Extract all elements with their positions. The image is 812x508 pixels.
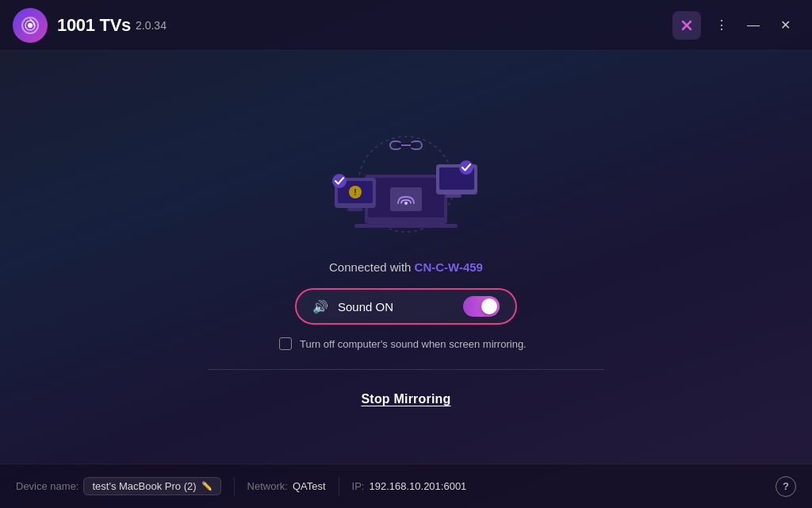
app-logo <box>13 8 48 43</box>
divider <box>208 369 604 370</box>
footer: Device name: test's MacBook Pro (2) ✏️ N… <box>0 464 812 508</box>
main-content: ! Connected with CN-C-W-459 <box>0 51 812 464</box>
mute-on-mirror-row: Turn off computer's sound when screen mi… <box>279 337 533 350</box>
close-button[interactable]: ✕ <box>771 11 799 40</box>
ip-section: IP: 192.168.10.201:6001 <box>352 480 467 492</box>
sound-toggle-container: 🔊 Sound ON <box>295 288 517 325</box>
svg-rect-8 <box>354 224 458 228</box>
svg-text:!: ! <box>354 188 356 197</box>
edit-device-name-icon[interactable]: ✏️ <box>201 481 213 491</box>
svg-point-2 <box>28 23 33 28</box>
ip-value: 192.168.10.201:6001 <box>369 480 466 492</box>
svg-rect-6 <box>390 187 422 211</box>
footer-sep-1 <box>234 477 235 496</box>
titlebar-actions: ⋮ — ✕ <box>672 11 799 40</box>
app-version: 2.0.34 <box>136 19 167 32</box>
toggle-slider <box>463 296 500 317</box>
svg-point-7 <box>404 202 408 205</box>
connection-status: Connected with CN-C-W-459 <box>329 260 483 274</box>
network-section: Network: QATest <box>247 480 326 492</box>
titlebar: 1001 TVs 2.0.34 ⋮ — ✕ <box>0 0 812 51</box>
svg-rect-11 <box>347 208 363 211</box>
sound-label: Sound ON <box>338 300 454 314</box>
plugin-button[interactable] <box>672 11 701 40</box>
connection-illustration: ! <box>311 121 501 248</box>
sound-icon: 🔊 <box>312 299 328 314</box>
minimize-button[interactable]: — <box>739 11 768 40</box>
sound-toggle[interactable] <box>463 296 500 317</box>
device-name-value: test's MacBook Pro (2) <box>92 480 196 492</box>
connected-device-name: CN-C-W-459 <box>415 260 483 274</box>
connection-prefix: Connected with <box>329 260 411 274</box>
mute-on-mirror-label: Turn off computer's sound when screen mi… <box>300 338 527 350</box>
mute-on-mirror-checkbox[interactable] <box>279 337 292 350</box>
stop-mirroring-button[interactable]: Stop Mirroring <box>351 389 460 410</box>
svg-rect-17 <box>446 194 462 198</box>
footer-sep-2 <box>339 477 339 496</box>
device-name-section: Device name: test's MacBook Pro (2) ✏️ <box>16 477 221 495</box>
more-options-button[interactable]: ⋮ <box>707 11 736 40</box>
network-label: Network: <box>247 480 288 492</box>
device-name-value-container: test's MacBook Pro (2) ✏️ <box>83 477 220 495</box>
svg-point-14 <box>332 174 347 188</box>
ip-label: IP: <box>352 480 365 492</box>
help-button[interactable]: ? <box>776 476 796 497</box>
device-name-label: Device name: <box>16 480 79 492</box>
network-value: QATest <box>293 480 326 492</box>
app-title: 1001 TVs <box>57 15 131 36</box>
svg-point-18 <box>459 160 473 175</box>
